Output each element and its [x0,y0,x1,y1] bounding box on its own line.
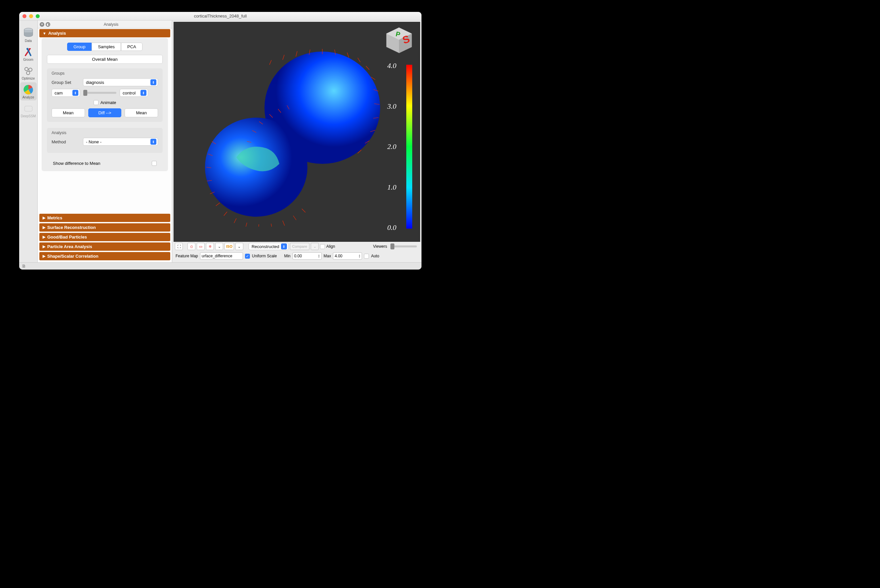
tool-analyze[interactable]: Analyze [20,82,37,100]
mode-tabs: Group Samples PCA [47,43,162,51]
tool-deepssm[interactable]: DeepSSM [20,101,37,119]
show-diff-checkbox[interactable] [152,161,157,166]
render-mode-dropdown[interactable]: ⌄ [215,243,223,250]
colorbar-tick: 3.0 [387,102,397,111]
compare-button: Compare [290,243,310,250]
chevron-updown-icon: ▲▼ [72,90,78,96]
section-shape-scalar[interactable]: ▶Shape/Scalar Correlation [39,252,170,260]
close-panel-icon[interactable]: ✕ [40,22,44,27]
chevron-updown-icon: ▲▼ [281,243,287,249]
svg-point-1 [26,48,29,50]
chevron-down-icon: ▼ [43,32,46,35]
colorbar-tick: 1.0 [387,183,397,192]
viewers-label: Viewers [373,244,387,249]
gears-icon [23,65,35,76]
section-surface-label: Surface Reconstruction [47,225,96,230]
section-metrics[interactable]: ▶Metrics [39,214,170,222]
stepper-icon[interactable]: ▲▼ [318,254,320,258]
section-particle-area[interactable]: ▶Particle Area Analysis [39,243,170,251]
slider-thumb[interactable] [83,90,87,96]
mean-right-button[interactable]: Mean [125,108,158,117]
tool-data[interactable]: Data [20,26,37,44]
isosurface-button[interactable]: ✲ [206,243,214,250]
stepper-icon[interactable]: ▲▼ [358,254,360,258]
viewport-3d[interactable]: S P 4.0 3.0 2.0 1.0 0.0 [173,22,420,242]
popout-panel-icon[interactable]: ◧ [46,22,50,27]
chevron-updown-icon: ▲▼ [140,90,146,96]
colorbar: 4.0 3.0 2.0 1.0 0.0 [393,65,412,229]
viewers-slider[interactable] [390,246,417,248]
record-button[interactable]: ▭ [197,243,205,250]
colorbar-ticks: 4.0 3.0 2.0 1.0 0.0 [387,62,397,232]
right-group-select[interactable]: control ▲▼ [120,89,148,97]
tool-deepssm-label: DeepSSM [21,114,36,118]
section-particle-area-label: Particle Area Analysis [47,244,92,249]
right-group-value: control [123,90,135,96]
align-label: Align [326,244,335,249]
section-shape-scalar-label: Shape/Scalar Correlation [47,254,99,259]
left-group-select[interactable]: cam ▲▼ [51,89,80,97]
min-value: 0.00 [294,254,302,258]
min-input[interactable]: 0.00 ▲▼ [293,252,322,260]
groups-label: Groups [51,71,158,76]
iso-button[interactable]: ISO [224,243,234,250]
compare-dropdown: ⌄ [311,243,319,250]
diff-button[interactable]: Diff --> [88,108,122,117]
section-good-bad-particles[interactable]: ▶Good/Bad Particles [39,233,170,241]
analysis-panel: ✕ ◧ Analysis ▼ Analysis Group Samples PC… [38,21,172,262]
animate-checkbox[interactable] [93,100,99,105]
window-title: corticalThickness_2048_full [19,14,421,18]
analysis-method-box: Analysis Method - None - ▲▼ [47,128,162,153]
panel-title: Analysis [50,22,172,27]
minimize-window-icon[interactable] [29,14,33,18]
tab-pca[interactable]: PCA [121,43,143,51]
chevron-right-icon: ▶ [43,235,45,239]
auto-checkbox[interactable] [364,254,369,259]
orientation-cube[interactable]: S P [384,25,414,56]
tool-groom[interactable]: Groom [20,45,37,63]
groups-box: Groups Group Set diagnosis ▲▼ cam ▲▼ [47,68,162,122]
colorbar-tick: 2.0 [387,142,397,151]
colorbar-tick: 0.0 [387,223,397,232]
group-blend-slider[interactable] [83,92,116,94]
section-goodbad-label: Good/Bad Particles [47,234,87,240]
chevron-updown-icon: ▲▼ [150,79,156,85]
svg-point-5 [26,71,30,75]
maximize-window-icon[interactable] [36,14,40,18]
align-checkbox[interactable] [320,244,325,249]
tool-optimize[interactable]: Optimize [20,63,37,82]
left-group-value: cam [54,90,63,96]
section-metrics-label: Metrics [47,215,62,220]
colorbar-gradient [406,65,412,229]
mean-left-button[interactable]: Mean [51,108,85,117]
recon-select[interactable]: Reconstructed ▲▼ [248,243,289,250]
svg-point-4 [29,68,32,71]
feature-map-input[interactable]: urface_difference [200,252,243,260]
viewer-toolbar: ⛶ ⎙ ▭ ✲ ⌄ ISO ⌄ Reconstructed ▲▼ Compare… [173,242,420,251]
tab-samples[interactable]: Samples [92,43,121,51]
fit-view-button[interactable]: ⛶ [175,243,183,250]
iso-dropdown[interactable]: ⌄ [235,243,243,250]
min-label: Min [284,254,290,258]
slider-thumb[interactable] [390,243,394,249]
close-window-icon[interactable] [23,14,26,18]
method-select[interactable]: - None - ▲▼ [83,138,158,146]
section-surface-reconstruction[interactable]: ▶Surface Reconstruction [39,223,170,232]
database-icon [23,27,35,39]
tools-icon [23,46,35,58]
tool-data-label: Data [25,39,32,43]
section-analysis-label: Analysis [48,31,66,36]
max-input[interactable]: 4.00 ▲▼ [333,252,362,260]
chevron-right-icon: ▶ [43,244,45,249]
app-window: corticalThickness_2048_full Data Groom [19,12,421,270]
section-analysis[interactable]: ▼ Analysis [39,29,170,38]
show-diff-label: Show difference to Mean [53,161,101,166]
uniform-scale-checkbox[interactable]: ✓ [245,254,250,259]
chevron-updown-icon: ▲▼ [150,139,156,145]
group-set-select[interactable]: diagnosis ▲▼ [83,78,158,86]
screenshot-button[interactable]: ⎙ [187,243,196,250]
svg-rect-2 [29,48,31,49]
overall-mean-button[interactable]: Overall Mean [47,55,162,64]
tab-group[interactable]: Group [67,43,92,51]
chevron-right-icon: ▶ [43,216,45,220]
